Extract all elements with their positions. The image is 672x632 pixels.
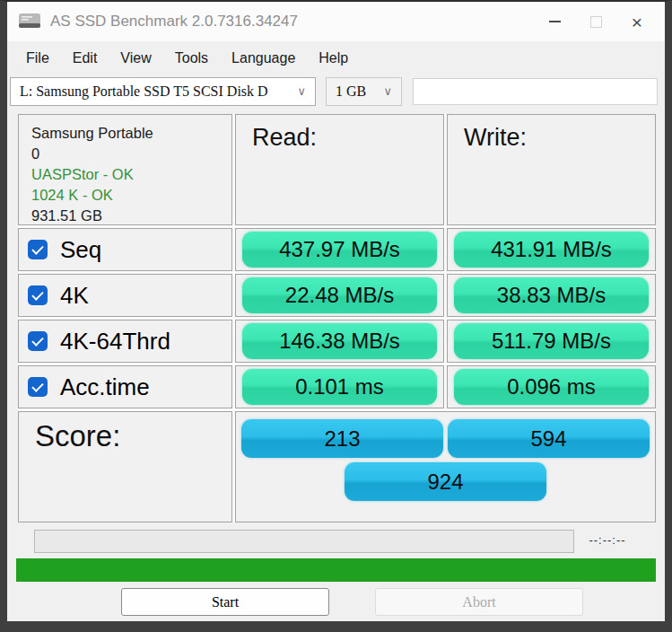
minimize-icon	[549, 21, 561, 22]
toolbar-text-field[interactable]	[413, 78, 658, 105]
test-row-4k: 4K	[18, 274, 232, 317]
test-label: Acc.time	[60, 373, 150, 401]
write-column-header: Write:	[447, 114, 656, 225]
alignment-status: 1024 K - OK	[31, 185, 219, 206]
driver-status: UASPStor - OK	[31, 164, 219, 185]
drive-name: Samsung Portable	[31, 123, 219, 144]
score-total-pill: 924	[345, 462, 546, 501]
menu-item-view[interactable]: View	[109, 50, 162, 66]
chevron-down-icon: ∨	[383, 84, 392, 99]
score-label: Score:	[35, 419, 120, 452]
menu-item-help[interactable]: Help	[307, 50, 360, 66]
score-read-pill: 213	[241, 419, 443, 458]
abort-button[interactable]: Abort	[375, 588, 583, 616]
test-label: 4K-64Thrd	[60, 328, 170, 356]
menu-item-edit[interactable]: Edit	[61, 50, 109, 66]
window-controls: ×	[534, 2, 658, 41]
4k-checkbox[interactable]	[28, 285, 48, 305]
drive-select-value: L: Samsung Portable SSD T5 SCSI Disk D	[20, 83, 268, 100]
4k-read-value: 22.48 MB/s	[242, 277, 437, 313]
menu-item-file[interactable]: File	[14, 50, 61, 66]
menu-item-tools[interactable]: Tools	[163, 50, 220, 66]
4k64thrd-write-value: 511.79 MB/s	[454, 323, 649, 359]
check-icon	[31, 288, 43, 300]
drive-capacity: 931.51 GB	[31, 206, 219, 226]
score-section: Score:	[18, 411, 232, 522]
maximize-icon	[590, 16, 602, 28]
titlebar: AS SSD Benchmark 2.0.7316.34247 ×	[7, 2, 665, 41]
time-remaining: --:--:--	[568, 533, 647, 547]
seq-checkbox[interactable]	[28, 240, 48, 259]
read-column-header: Read:	[235, 114, 444, 225]
seq-read-value: 437.97 MB/s	[242, 232, 437, 268]
test-size-dropdown[interactable]: 1 GB ∨	[326, 77, 402, 106]
acctime-checkbox[interactable]	[28, 377, 48, 397]
check-icon	[31, 380, 43, 391]
test-row-acctime: Acc.time	[18, 365, 232, 408]
close-icon: ×	[632, 13, 642, 31]
seq-write-value: 431.91 MB/s	[454, 232, 649, 268]
progress-bar	[34, 530, 574, 553]
4k-write-value: 38.83 MB/s	[454, 277, 649, 313]
window-title: AS SSD Benchmark 2.0.7316.34247	[50, 13, 298, 31]
drive-number: 0	[31, 144, 219, 164]
chevron-down-icon: ∨	[297, 84, 306, 99]
start-button[interactable]: Start	[121, 588, 329, 616]
close-button[interactable]: ×	[616, 2, 658, 41]
check-icon	[31, 242, 43, 254]
ssd-drive-icon	[18, 12, 41, 31]
test-label: Seq	[60, 236, 101, 264]
drive-info-panel: Samsung Portable 0 UASPStor - OK 1024 K …	[18, 114, 232, 225]
minimize-button[interactable]	[534, 2, 575, 41]
4k64thrd-checkbox[interactable]	[28, 331, 48, 351]
maximize-button[interactable]	[575, 2, 616, 41]
4k64thrd-read-value: 146.38 MB/s	[242, 323, 437, 359]
status-bar-green	[16, 558, 656, 582]
menu-item-language[interactable]: Language	[220, 50, 307, 66]
test-row-4k64thrd: 4K-64Thrd	[18, 320, 232, 363]
app-window: AS SSD Benchmark 2.0.7316.34247 × File E…	[0, 0, 672, 632]
acctime-read-value: 0.101 ms	[242, 369, 437, 405]
menubar: File Edit View Tools Language Help	[7, 43, 665, 74]
acctime-write-value: 0.096 ms	[454, 369, 649, 405]
check-icon	[31, 334, 43, 346]
drive-select-dropdown[interactable]: L: Samsung Portable SSD T5 SCSI Disk D ∨	[10, 77, 316, 106]
test-row-seq: Seq	[18, 228, 232, 271]
score-values: 213 594 924	[235, 411, 656, 522]
test-label: 4K	[60, 282, 89, 310]
score-write-pill: 594	[448, 419, 650, 458]
benchmark-table: Samsung Portable 0 UASPStor - OK 1024 K …	[18, 114, 656, 522]
test-size-value: 1 GB	[336, 83, 366, 100]
